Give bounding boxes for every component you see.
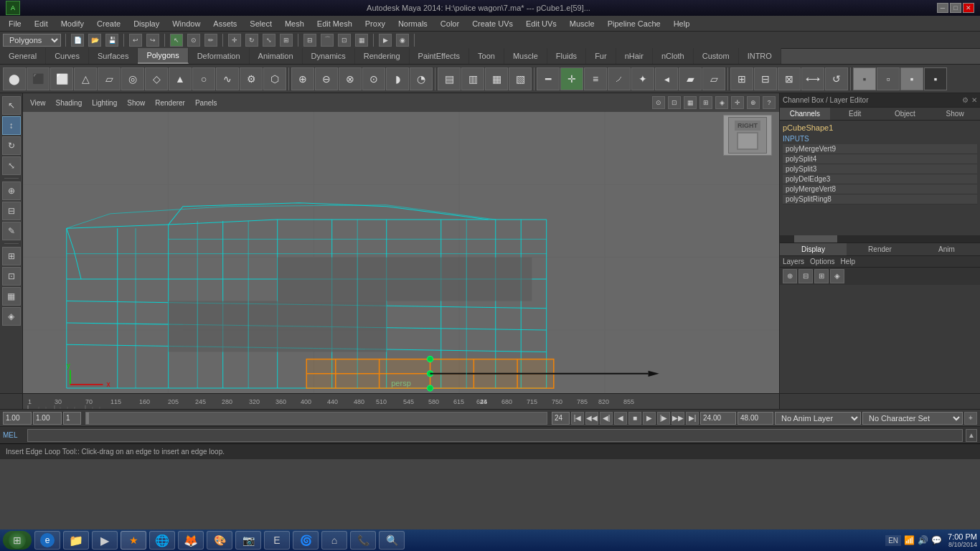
- taskbar-app8[interactable]: 🔍: [379, 531, 405, 550]
- btn-next-frame[interactable]: ▶▶: [672, 412, 684, 425]
- menu-edit-uvs[interactable]: Edit UVs: [520, 18, 562, 29]
- tray-notifications[interactable]: 💬: [931, 535, 942, 545]
- help-label[interactable]: Help: [840, 258, 855, 265]
- taskbar-app5[interactable]: 🌀: [293, 531, 319, 550]
- tab-general[interactable]: General: [0, 48, 46, 64]
- channel-scrollbar[interactable]: [780, 235, 980, 242]
- tool-measure[interactable]: ⊡: [2, 267, 21, 286]
- close-button[interactable]: ✕: [963, 3, 974, 13]
- btn-back-play[interactable]: ◀: [614, 412, 627, 425]
- icon-gear[interactable]: ⚙: [240, 67, 263, 90]
- menu-window[interactable]: Window: [166, 18, 206, 29]
- menu-create-uvs[interactable]: Create UVs: [466, 18, 519, 29]
- options-label[interactable]: Options: [810, 258, 834, 265]
- toolbar-ipr[interactable]: ◉: [396, 34, 409, 47]
- panel-settings-icon[interactable]: ⚙: [962, 96, 969, 104]
- tab-fluids[interactable]: Fluids: [547, 48, 586, 64]
- toolbar-paint[interactable]: ✏: [204, 34, 217, 47]
- tab-object[interactable]: Object: [880, 108, 930, 120]
- vp-icon-6[interactable]: ✛: [731, 96, 744, 109]
- taskbar-app1[interactable]: ★: [121, 531, 146, 550]
- frame-start-input[interactable]: [3, 412, 32, 425]
- toolbar-snap-grid[interactable]: ⊟: [303, 34, 316, 47]
- menu-help[interactable]: Help: [668, 18, 696, 29]
- taskbar-app6[interactable]: ⌂: [321, 531, 347, 550]
- icon-torus[interactable]: ◎: [121, 67, 144, 90]
- toolbar-snap-curve[interactable]: ⌒: [321, 34, 334, 47]
- icon-smooth[interactable]: ◗: [386, 67, 409, 90]
- tab-show[interactable]: Show: [930, 108, 980, 120]
- icon-checker3[interactable]: ▪: [900, 67, 923, 90]
- vp-icon-5[interactable]: ◈: [715, 96, 728, 109]
- minimize-button[interactable]: ─: [937, 3, 948, 13]
- layer-btn-4[interactable]: ◈: [830, 269, 844, 283]
- icon-crease[interactable]: ▱: [702, 67, 725, 90]
- menu-normals[interactable]: Normals: [392, 18, 433, 29]
- icon-average[interactable]: ◔: [410, 67, 433, 90]
- menu-color[interactable]: Color: [435, 18, 465, 29]
- layers-label[interactable]: Layers: [783, 258, 804, 265]
- character-set-dropdown[interactable]: No Character Set: [862, 412, 963, 425]
- mode-dropdown[interactable]: Polygons Surfaces Dynamics Rendering: [3, 34, 61, 47]
- input-polymergevert9[interactable]: polyMergeVert9: [783, 144, 977, 154]
- menu-create[interactable]: Create: [91, 18, 126, 29]
- icon-sphere[interactable]: ⬤: [3, 67, 26, 90]
- tab-curves[interactable]: Curves: [46, 48, 89, 64]
- btn-stop[interactable]: ■: [628, 412, 641, 425]
- tool-lattice[interactable]: ⊟: [2, 202, 21, 220]
- viewport[interactable]: View Shading Lighting Show Renderer Pane…: [23, 93, 779, 393]
- icon-append-to-poly[interactable]: ▦: [485, 67, 508, 90]
- tray-network[interactable]: 📶: [904, 535, 915, 545]
- taskbar-app2[interactable]: 🎨: [207, 531, 232, 550]
- frame-current-input[interactable]: [33, 412, 62, 425]
- mel-expand-btn[interactable]: ▲: [966, 429, 977, 442]
- layer-btn-3[interactable]: ⊞: [814, 269, 829, 283]
- icon-extract[interactable]: ⊗: [339, 67, 362, 90]
- vp-panels-menu[interactable]: Panels: [191, 98, 222, 108]
- vp-icon-7[interactable]: ⊕: [747, 96, 760, 109]
- icon-separate[interactable]: ⊖: [315, 67, 338, 90]
- tab-custom[interactable]: Custom: [694, 48, 739, 64]
- tool-rotate[interactable]: ↻: [2, 136, 21, 155]
- frame-input-2[interactable]: [63, 412, 81, 425]
- btn-prev-keyframe[interactable]: ◀|: [600, 412, 613, 425]
- menu-muscle[interactable]: Muscle: [564, 18, 600, 29]
- icon-combine[interactable]: ⊕: [291, 67, 314, 90]
- tab-anim[interactable]: Anim: [913, 243, 980, 255]
- tool-scale[interactable]: ⤡: [2, 156, 21, 175]
- menu-edit[interactable]: Edit: [29, 18, 54, 29]
- icon-prism[interactable]: ◇: [145, 67, 168, 90]
- taskbar-ie[interactable]: e: [34, 531, 60, 550]
- vp-icon-8[interactable]: ?: [763, 96, 776, 109]
- frame-end-input[interactable]: [552, 412, 570, 425]
- menu-mesh[interactable]: Mesh: [279, 18, 310, 29]
- vp-icon-4[interactable]: ⊞: [699, 96, 712, 109]
- icon-soccer-ball[interactable]: ⬡: [263, 67, 286, 90]
- tab-surfaces[interactable]: Surfaces: [89, 48, 138, 64]
- btn-play[interactable]: ▶: [643, 412, 656, 425]
- icon-delete-edge[interactable]: ⊠: [778, 67, 801, 90]
- tab-display[interactable]: Display: [780, 243, 847, 255]
- toolbar-scale[interactable]: ⤡: [263, 34, 275, 47]
- toolbar-move[interactable]: ✛: [228, 34, 241, 47]
- input-polydeledge3[interactable]: polyDelEdge3: [783, 174, 977, 184]
- anim-layer-dropdown[interactable]: No Anim Layer: [775, 412, 861, 425]
- toolbar-save[interactable]: 💾: [105, 34, 118, 47]
- tab-render[interactable]: Render: [847, 243, 913, 255]
- icon-checker4[interactable]: ▪: [924, 67, 947, 90]
- icon-pyramid[interactable]: ▲: [169, 67, 192, 90]
- icon-cube[interactable]: ⬛: [27, 67, 50, 90]
- toolbar-render[interactable]: ▶: [379, 34, 392, 47]
- tool-set[interactable]: ▦: [2, 287, 21, 306]
- toolbar-snap-surface[interactable]: ▦: [355, 34, 368, 47]
- icon-spin-edge[interactable]: ↺: [825, 67, 848, 90]
- icon-helix[interactable]: ∿: [216, 67, 239, 90]
- icon-bridge[interactable]: ▥: [461, 67, 484, 90]
- language-indicator[interactable]: EN: [885, 535, 901, 546]
- input-polysplitring8[interactable]: polySplitRing8: [783, 194, 977, 204]
- toolbar-undo[interactable]: ↩: [129, 34, 142, 47]
- icon-collapse[interactable]: ⊟: [754, 67, 777, 90]
- tool-snap[interactable]: ⊞: [2, 247, 21, 265]
- btn-go-end[interactable]: ▶|: [686, 412, 699, 425]
- menu-proxy[interactable]: Proxy: [359, 18, 391, 29]
